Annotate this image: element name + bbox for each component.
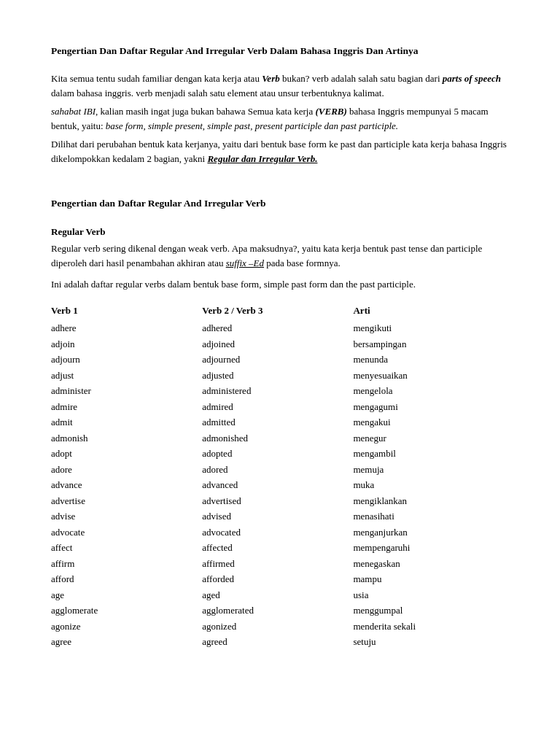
verb2-cell: advocated [202, 525, 353, 541]
table-row: admireadmiredmengagumi [51, 399, 509, 415]
verb2-cell: adored [202, 462, 353, 478]
arti-cell: mengelola [353, 383, 509, 399]
verb1-cell: advocate [51, 525, 202, 541]
verb-table: Verb 1 Verb 2 / Verb 3 Arti adhereadhere… [51, 303, 509, 650]
verb1-cell: administer [51, 383, 202, 399]
table-row: administeradministeredmengelola [51, 383, 509, 399]
intro-para2-text1: , kalian masih ingat juga bukan bahawa S… [96, 106, 315, 117]
verb2-cell: adhered [202, 320, 353, 336]
table-row: affordaffordedmampu [51, 571, 509, 587]
verb1-cell: adjust [51, 368, 202, 384]
arti-cell: mengakui [353, 414, 509, 430]
verb1-cell: adhere [51, 320, 202, 336]
verb2-cell: aged [202, 587, 353, 603]
table-row: agglomerateagglomeratedmenggumpal [51, 603, 509, 619]
arti-cell: mampu [353, 571, 509, 587]
table-row: advertiseadvertisedmengiklankan [51, 493, 509, 509]
arti-cell: menunda [353, 352, 509, 368]
regular-verb-section: Regular Verb Regular verb sering dikenal… [51, 225, 509, 292]
rv-para1-text2: pada base formnya. [264, 258, 341, 268]
verb2-cell: admitted [202, 414, 353, 430]
verb1-cell: agree [51, 634, 202, 650]
table-row: advanceadvancedmuka [51, 477, 509, 493]
table-row: advocateadvocatedmenganjurkan [51, 525, 509, 541]
arti-cell: bersampingan [353, 336, 509, 352]
verb1-cell: afford [51, 571, 202, 587]
verb-table-section: Verb 1 Verb 2 / Verb 3 Arti adhereadhere… [51, 303, 509, 650]
table-row: adjournadjournedmenunda [51, 352, 509, 368]
verb2-cell: affirmed [202, 556, 353, 572]
arti-cell: menasihati [353, 508, 509, 525]
verb2-cell: agglomerated [202, 603, 353, 619]
intro-section: Kita semua tentu sudah familiar dengan k… [51, 71, 509, 166]
intro-para1: Kita semua tentu sudah familiar dengan k… [51, 71, 509, 100]
verb1-cell: advise [51, 508, 202, 525]
table-row: affectaffectedmempengaruhi [51, 540, 509, 556]
arti-cell: usia [353, 587, 509, 603]
verb2-cell: adopted [202, 446, 353, 462]
verb2-cell: administered [202, 383, 353, 399]
header-col3: Arti [353, 303, 509, 321]
verb1-cell: adjoin [51, 336, 202, 352]
intro-para2: sahabat IBI, kalian masih ingat juga buk… [51, 104, 509, 133]
arti-cell: mengikuti [353, 320, 509, 336]
arti-cell: mengagumi [353, 399, 509, 415]
intro-verb-bold-italic: (VERB) [315, 106, 346, 117]
verb2-cell: agonized [202, 619, 353, 635]
main-title: Pengertian Dan Daftar Regular And Irregu… [51, 44, 509, 58]
verb1-cell: agglomerate [51, 603, 202, 619]
regular-verb-para2: Ini adalah daftar regular verbs dalam be… [51, 277, 509, 292]
section-title: Pengertian dan Daftar Regular And Irregu… [51, 196, 509, 211]
table-row: agreeagreedsetuju [51, 634, 509, 650]
arti-cell: setuju [353, 634, 509, 650]
intro-verb-bold: Verb [262, 73, 280, 84]
header-col1: Verb 1 [51, 303, 202, 321]
verb2-cell: affected [202, 540, 353, 556]
arti-cell: menganjurkan [353, 525, 509, 541]
verb2-cell: adjusted [202, 368, 353, 384]
verb1-cell: admire [51, 399, 202, 415]
intro-regular-underline: Regular dan Irregular Verb. [207, 153, 317, 164]
arti-cell: mengambil [353, 446, 509, 462]
table-row: adjoinadjoinedbersampingan [51, 336, 509, 352]
intro-para1-text2: bukan? verb adalah salah satu bagian dar… [280, 73, 443, 84]
verb1-cell: affirm [51, 556, 202, 572]
arti-cell: muka [353, 477, 509, 493]
intro-forms-italic: base form, simple present, simple past, … [106, 120, 398, 131]
intro-pos-bold: parts of speech [443, 73, 501, 84]
arti-cell: menggumpal [353, 603, 509, 619]
verb2-cell: adjoined [202, 336, 353, 352]
verb1-cell: adore [51, 462, 202, 478]
intro-para3: Dilihat dari perubahan bentuk kata kerja… [51, 137, 509, 166]
table-row: ageagedusia [51, 587, 509, 603]
table-header-row: Verb 1 Verb 2 / Verb 3 Arti [51, 303, 509, 321]
table-row: adjustadjustedmenyesuaikan [51, 368, 509, 384]
verb1-cell: adjourn [51, 352, 202, 368]
arti-cell: menderita sekali [353, 619, 509, 635]
intro-para1-text3: dalam bahasa inggris. verb menjadi salah… [51, 88, 384, 98]
verb2-cell: admired [202, 399, 353, 415]
table-row: adoptadoptedmengambil [51, 446, 509, 462]
table-row: adhereadheredmengikuti [51, 320, 509, 336]
verb1-cell: adopt [51, 446, 202, 462]
table-row: adviseadvisedmenasihati [51, 508, 509, 525]
verb2-cell: advertised [202, 493, 353, 509]
intro-ibi-italic: sahabat IBI [51, 106, 96, 117]
verb1-cell: advertise [51, 493, 202, 509]
arti-cell: mempengaruhi [353, 540, 509, 556]
verb1-cell: agonize [51, 619, 202, 635]
verb1-cell: admonish [51, 430, 202, 446]
arti-cell: menyesuaikan [353, 368, 509, 384]
rv-suffix-italic-underline: suffix –Ed [226, 258, 264, 268]
verb2-cell: adjourned [202, 352, 353, 368]
verb2-cell: afforded [202, 571, 353, 587]
regular-verb-para1: Regular verb sering dikenal dengan weak … [51, 241, 509, 270]
arti-cell: menegur [353, 430, 509, 446]
header-col2: Verb 2 / Verb 3 [202, 303, 353, 321]
table-row: agonizeagonizedmenderita sekali [51, 619, 509, 635]
verb1-cell: admit [51, 414, 202, 430]
arti-cell: mengiklankan [353, 493, 509, 509]
table-row: admonishadmonishedmenegur [51, 430, 509, 446]
verb2-cell: admonished [202, 430, 353, 446]
verb1-cell: affect [51, 540, 202, 556]
